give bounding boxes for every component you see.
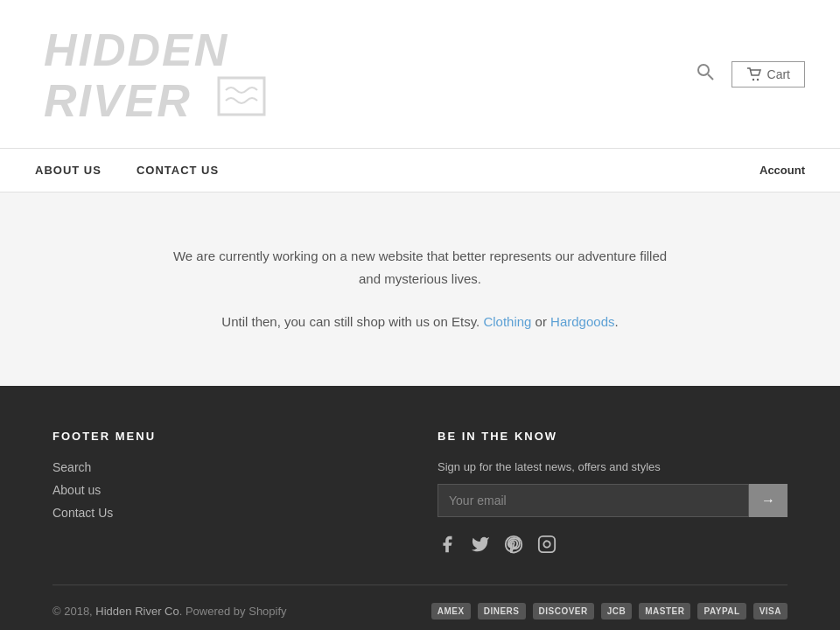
footer-link-about[interactable]: About us [52,483,402,497]
twitter-icon[interactable] [471,535,490,558]
copyright-text: © 2018, [52,605,95,618]
site-header: HIDDEN RIVER Cart [0,0,840,149]
payment-jcb: JCB [601,603,633,620]
social-icons [438,535,788,558]
cart-label: Cart [767,67,790,81]
newsletter-description: Sign up for the latest news, offers and … [438,460,788,473]
svg-text:HIDDEN: HIDDEN [44,24,228,75]
footer-bottom: © 2018, Hidden River Co. Powered by Shop… [52,584,788,620]
copyright-brand-link[interactable]: Hidden River Co [95,605,178,618]
svg-point-3 [698,65,709,75]
message-line1: We are currently working on a new websit… [173,248,667,263]
svg-point-5 [752,78,753,80]
footer-newsletter-col: BE IN THE KNOW Sign up for the latest ne… [438,430,788,558]
main-message: We are currently working on a new websit… [173,245,667,290]
nav-links: ABOUT US CONTACT US [35,164,219,177]
svg-point-6 [756,78,758,80]
svg-rect-7 [539,536,555,551]
payment-icons: AMEX DINERS DISCOVER JCB MASTER PAYPAL V… [431,603,788,620]
footer-link-search[interactable]: Search [52,460,402,474]
copyright: © 2018, Hidden River Co. Powered by Shop… [52,605,287,618]
copyright-shopify: . Powered by Shopify [179,605,287,618]
facebook-icon[interactable] [438,535,457,558]
cart-button[interactable]: Cart [732,61,805,88]
account-button[interactable]: Account [760,164,805,177]
site-footer: FOOTER MENU Search About us Contact Us B… [0,386,840,631]
newsletter-heading: BE IN THE KNOW [438,430,788,443]
footer-menu-heading: FOOTER MENU [52,430,402,443]
header-search-button[interactable] [696,63,714,85]
site-logo: HIDDEN RIVER [35,13,280,136]
payment-master: MASTER [639,603,690,620]
newsletter-form: → [438,484,788,517]
payment-visa: VISA [753,603,788,620]
header-actions: Cart [696,61,805,88]
payment-discover: DISCOVER [533,603,594,620]
or-text: or [536,314,551,329]
subscribe-button[interactable]: → [749,484,788,517]
clothing-link[interactable]: Clothing [483,314,531,329]
instagram-icon[interactable] [537,535,556,558]
message-line2: and mysterious lives. [359,271,481,286]
main-content: We are currently working on a new websit… [0,192,840,386]
svg-text:RIVER: RIVER [44,75,192,126]
svg-line-4 [708,74,713,80]
etsy-prefix: Until then, you can still shop with us o… [221,314,480,329]
nav-contact-us[interactable]: CONTACT US [136,164,219,177]
svg-rect-2 [219,78,264,115]
payment-diners: DINERS [478,603,526,620]
payment-amex: AMEX [431,603,471,620]
main-nav: ABOUT US CONTACT US Account [0,149,840,192]
nav-about-us[interactable]: ABOUT US [35,164,102,177]
footer-inner: FOOTER MENU Search About us Contact Us B… [52,430,788,558]
period: . [615,314,619,329]
payment-paypal: PAYPAL [697,603,746,620]
logo-area: HIDDEN RIVER [35,13,280,136]
footer-link-contact[interactable]: Contact Us [52,506,402,520]
etsy-message: Until then, you can still shop with us o… [221,311,618,333]
email-input[interactable] [438,484,749,517]
hardgoods-link[interactable]: Hardgoods [550,314,614,329]
pinterest-icon[interactable] [504,535,523,558]
footer-menu-col: FOOTER MENU Search About us Contact Us [52,430,402,558]
